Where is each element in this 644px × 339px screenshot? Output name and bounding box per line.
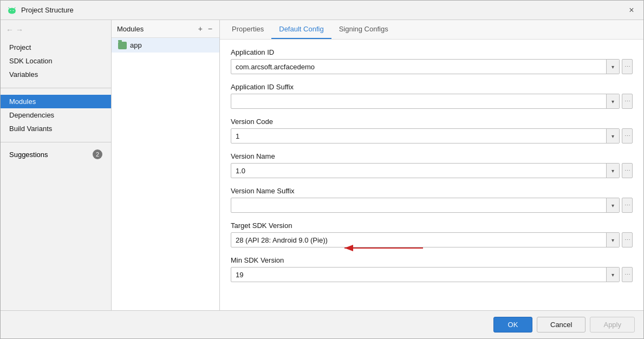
application-id-suffix-edit[interactable]: ⋯ bbox=[622, 94, 633, 109]
tab-properties[interactable]: Properties bbox=[224, 20, 271, 39]
svg-line-6 bbox=[9, 8, 10, 9]
target-sdk-version-dropdown[interactable]: 28 (API 28: Android 9.0 (Pie)) ▾ bbox=[231, 232, 620, 247]
remove-module-button[interactable]: − bbox=[206, 24, 214, 33]
sidebar-item-sdk-location[interactable]: SDK Location bbox=[1, 54, 111, 68]
forward-arrow[interactable]: → bbox=[16, 25, 23, 34]
field-row-version-name-suffix: ▾ ⋯ bbox=[231, 198, 633, 213]
application-id-value: com.arcsoft.arcfacedemo bbox=[231, 63, 606, 71]
sidebar-item-suggestions[interactable]: Suggestions 2 bbox=[1, 147, 111, 162]
application-id-dropdown[interactable]: com.arcsoft.arcfacedemo ▾ bbox=[231, 59, 620, 74]
field-row-application-id-suffix: ▾ ⋯ bbox=[231, 94, 633, 109]
field-label-application-id-suffix: Application ID Suffix bbox=[231, 83, 633, 91]
svg-rect-1 bbox=[9, 10, 15, 13]
field-label-version-name-suffix: Version Name Suffix bbox=[231, 187, 633, 195]
version-name-arrow[interactable]: ▾ bbox=[606, 163, 619, 178]
field-row-version-name: 1.0 ▾ ⋯ bbox=[231, 163, 633, 178]
version-name-suffix-dropdown[interactable]: ▾ bbox=[231, 198, 620, 213]
application-id-arrow[interactable]: ▾ bbox=[606, 59, 619, 74]
dialog-title: Project Structure bbox=[21, 6, 74, 14]
svg-line-7 bbox=[14, 8, 15, 9]
field-row-target-sdk-version: 28 (API 28: Android 9.0 (Pie)) ▾ ⋯ bbox=[231, 232, 633, 247]
field-label-min-sdk-version: Min SDK Version bbox=[231, 256, 633, 264]
field-group-version-code: Version Code 1 ▾ ⋯ bbox=[231, 118, 633, 144]
modules-toolbar: + − bbox=[197, 24, 214, 33]
field-label-target-sdk-version: Target SDK Version bbox=[231, 221, 633, 230]
min-sdk-version-dropdown[interactable]: 19 ▾ bbox=[231, 267, 620, 282]
min-sdk-version-arrow[interactable]: ▾ bbox=[606, 267, 619, 282]
version-code-edit[interactable]: ⋯ bbox=[622, 128, 633, 144]
ok-button[interactable]: OK bbox=[493, 317, 532, 333]
version-name-value: 1.0 bbox=[231, 167, 606, 175]
field-group-application-id-suffix: Application ID Suffix ▾ ⋯ bbox=[231, 83, 633, 109]
field-group-target-sdk-version: Target SDK Version 28 (API 28: Android 9… bbox=[231, 221, 633, 247]
project-structure-dialog: Project Structure × ← → Project SDK Loca… bbox=[0, 0, 644, 339]
version-name-edit[interactable]: ⋯ bbox=[622, 163, 633, 178]
field-label-version-code: Version Code bbox=[231, 118, 633, 126]
sidebar-item-dependencies[interactable]: Dependencies bbox=[1, 108, 111, 122]
back-arrow[interactable]: ← bbox=[6, 25, 14, 34]
target-sdk-version-edit[interactable]: ⋯ bbox=[622, 232, 633, 247]
field-group-version-name-suffix: Version Name Suffix ▾ ⋯ bbox=[231, 187, 633, 213]
sidebar-section-bottom: Modules Dependencies Build Variants bbox=[1, 93, 111, 138]
title-bar: Project Structure × bbox=[1, 1, 643, 20]
field-row-version-code: 1 ▾ ⋯ bbox=[231, 128, 633, 144]
module-list: app bbox=[112, 38, 219, 310]
module-folder-icon bbox=[118, 42, 127, 49]
nav-arrows: ← → bbox=[1, 22, 111, 38]
apply-button[interactable]: Apply bbox=[590, 317, 635, 333]
module-name: app bbox=[130, 41, 142, 49]
tabs: Properties Default Config Signing Config… bbox=[220, 20, 643, 40]
modules-panel: Modules + − app bbox=[112, 20, 220, 310]
title-bar-left: Project Structure bbox=[7, 5, 74, 15]
sidebar-item-project[interactable]: Project bbox=[1, 41, 111, 54]
field-label-version-name: Version Name bbox=[231, 152, 633, 160]
version-code-dropdown[interactable]: 1 ▾ bbox=[231, 128, 620, 144]
dialog-content: ← → Project SDK Location Variables Modul… bbox=[1, 20, 643, 310]
version-name-dropdown[interactable]: 1.0 ▾ bbox=[231, 163, 620, 178]
sidebar-section-top: Project SDK Location Variables bbox=[1, 38, 111, 83]
add-module-button[interactable]: + bbox=[197, 24, 204, 33]
field-row-application-id: com.arcsoft.arcfacedemo ▾ ⋯ bbox=[231, 59, 633, 74]
svg-point-4 bbox=[10, 10, 11, 11]
svg-rect-2 bbox=[10, 12, 11, 14]
field-group-version-name: Version Name 1.0 ▾ ⋯ bbox=[231, 152, 633, 178]
version-name-suffix-arrow[interactable]: ▾ bbox=[606, 198, 619, 213]
android-icon bbox=[7, 5, 17, 15]
svg-rect-3 bbox=[13, 12, 14, 14]
target-sdk-version-arrow[interactable]: ▾ bbox=[606, 232, 619, 247]
modules-panel-title: Modules bbox=[117, 25, 144, 33]
sidebar-item-variables[interactable]: Variables bbox=[1, 68, 111, 81]
properties-panel: Properties Default Config Signing Config… bbox=[220, 20, 643, 310]
application-id-suffix-dropdown[interactable]: ▾ bbox=[231, 94, 620, 109]
field-label-application-id: Application ID bbox=[231, 48, 633, 56]
bottom-bar: OK Cancel Apply bbox=[1, 310, 643, 338]
module-item-app[interactable]: app bbox=[112, 38, 219, 53]
min-sdk-version-edit[interactable]: ⋯ bbox=[622, 267, 633, 282]
field-group-application-id: Application ID com.arcsoft.arcfacedemo ▾… bbox=[231, 48, 633, 74]
target-sdk-version-value: 28 (API 28: Android 9.0 (Pie)) bbox=[231, 236, 606, 244]
sidebar-item-build-variants[interactable]: Build Variants bbox=[1, 122, 111, 135]
version-name-suffix-edit[interactable]: ⋯ bbox=[622, 198, 633, 213]
tab-signing-configs[interactable]: Signing Configs bbox=[331, 20, 396, 39]
sidebar-divider-2 bbox=[1, 142, 111, 142]
application-id-suffix-arrow[interactable]: ▾ bbox=[606, 94, 619, 109]
tab-default-config[interactable]: Default Config bbox=[271, 20, 331, 39]
version-code-arrow[interactable]: ▾ bbox=[606, 128, 619, 144]
field-row-min-sdk-version: 19 ▾ ⋯ bbox=[231, 267, 633, 282]
min-sdk-version-value: 19 bbox=[231, 271, 606, 279]
svg-point-5 bbox=[13, 10, 14, 11]
field-group-min-sdk-version: Min SDK Version 19 ▾ ⋯ bbox=[231, 256, 633, 282]
cancel-button[interactable]: Cancel bbox=[537, 317, 586, 333]
sidebar-item-modules[interactable]: Modules bbox=[1, 95, 111, 108]
close-button[interactable]: × bbox=[626, 5, 637, 16]
application-id-edit[interactable]: ⋯ bbox=[622, 59, 633, 74]
suggestions-badge: 2 bbox=[93, 149, 102, 159]
properties-content: Application ID com.arcsoft.arcfacedemo ▾… bbox=[220, 40, 643, 310]
modules-header: Modules + − bbox=[112, 20, 219, 38]
version-code-value: 1 bbox=[231, 132, 606, 140]
sidebar-divider bbox=[1, 88, 111, 88]
sidebar: ← → Project SDK Location Variables Modul… bbox=[1, 20, 112, 310]
